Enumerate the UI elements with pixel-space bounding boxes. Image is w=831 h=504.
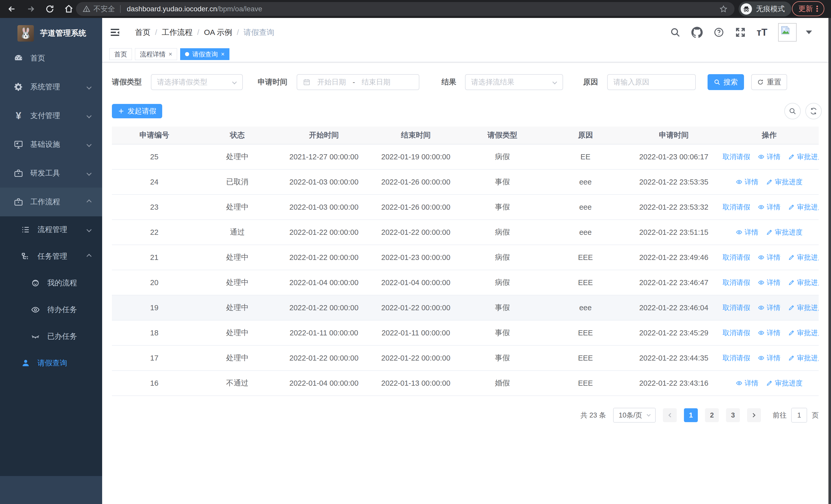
reset-button[interactable]: 重置 (751, 74, 787, 90)
cell-reason: EE (543, 153, 628, 161)
end-date-placeholder[interactable]: 结束日期 (362, 77, 390, 87)
browser-back-button[interactable] (5, 2, 19, 16)
detail-link[interactable]: 详情 (758, 353, 780, 363)
approval-progress-link[interactable]: 审批进度 (788, 353, 819, 363)
approval-progress-link[interactable]: 审批进度 (788, 253, 819, 262)
cancel-leave-link[interactable]: 取消请假 (720, 353, 750, 363)
page-button-3[interactable]: 3 (726, 408, 740, 422)
detail-link[interactable]: 详情 (758, 278, 780, 287)
fullscreen-icon[interactable] (735, 27, 746, 38)
create-leave-button[interactable]: 发起请假 (112, 104, 162, 118)
eye-icon (30, 305, 40, 315)
detail-link[interactable]: 详情 (736, 177, 758, 186)
page-size-select[interactable]: 10条/页 (613, 408, 656, 423)
help-icon[interactable] (713, 27, 724, 38)
cancel-leave-link[interactable]: 取消请假 (720, 152, 750, 161)
avatar-menu-caret-icon[interactable] (806, 31, 812, 34)
reason-input[interactable] (613, 78, 690, 86)
sidebar-item-infrastructure[interactable]: 基础设施 (0, 130, 102, 159)
page-button-1[interactable]: 1 (684, 408, 698, 422)
sidebar-item-label: 我的流程 (47, 278, 77, 288)
cell-actions: 取消请假 详情 审批进度 (720, 278, 819, 287)
detail-link[interactable]: 详情 (758, 328, 780, 337)
sidebar-collapse-icon[interactable] (109, 27, 121, 38)
goto-page-input[interactable] (791, 408, 807, 423)
calendar-icon (303, 78, 311, 86)
cell-apply-time: 2022-01-23 00:06:17 (628, 153, 720, 161)
result-select[interactable]: 请选择流结果 (465, 74, 563, 90)
tab-process-detail[interactable]: 流程详情 × (135, 48, 177, 60)
sidebar-item-my-process[interactable]: 我的流程 (0, 270, 102, 296)
approval-progress-link[interactable]: 审批进度 (766, 228, 803, 237)
approval-progress-link[interactable]: 审批进度 (788, 328, 819, 337)
not-secure-warning[interactable]: 不安全 (83, 4, 115, 14)
approval-progress-link[interactable]: 审批进度 (766, 379, 803, 388)
avatar[interactable] (778, 23, 797, 41)
bookmark-star-icon[interactable] (719, 5, 728, 13)
tab-home[interactable]: 首页 (109, 48, 132, 60)
reason-input-wrap (607, 74, 696, 90)
detail-link[interactable]: 详情 (758, 253, 780, 262)
breadcrumb-home[interactable]: 首页 (135, 27, 150, 38)
approval-progress-link[interactable]: 审批进度 (766, 177, 803, 186)
cancel-leave-link[interactable]: 取消请假 (720, 303, 750, 312)
prev-page-button[interactable] (663, 408, 677, 422)
browser-menu-icon[interactable] (816, 5, 818, 12)
search-button[interactable]: 搜索 (708, 74, 744, 90)
cancel-leave-link[interactable]: 取消请假 (720, 203, 750, 212)
eye-icon (758, 279, 765, 286)
sidebar-item-task-management[interactable]: 任务管理 (0, 243, 102, 270)
sidebar-item-home[interactable]: 首页 (0, 44, 102, 72)
close-icon[interactable]: × (169, 51, 172, 58)
eye-icon (758, 355, 765, 361)
search-icon[interactable] (670, 27, 681, 38)
approval-progress-link[interactable]: 审批进度 (788, 303, 819, 312)
leave-type-select[interactable]: 请选择请假类型 (151, 74, 243, 90)
show-search-toggle-button[interactable] (784, 103, 801, 119)
sidebar-item-workflow[interactable]: 工作流程 (0, 187, 102, 216)
column-header: 操作 (720, 130, 819, 140)
github-icon[interactable] (691, 27, 703, 38)
detail-link[interactable]: 详情 (758, 303, 780, 312)
sidebar-item-dev-tools[interactable]: 研发工具 (0, 159, 102, 187)
cancel-leave-link[interactable]: 取消请假 (720, 278, 750, 287)
browser-update-button[interactable]: 更新 (792, 1, 824, 16)
approval-progress-link[interactable]: 审批进度 (788, 278, 819, 287)
approval-progress-link[interactable]: 审批进度 (788, 152, 819, 161)
browser-forward-button[interactable] (24, 2, 38, 16)
browser-home-button[interactable] (62, 2, 76, 16)
detail-link[interactable]: 详情 (736, 379, 758, 388)
sidebar-item-process-management[interactable]: 流程管理 (0, 216, 102, 243)
breadcrumb-workflow[interactable]: 工作流程 (162, 27, 193, 38)
next-page-button[interactable] (747, 408, 761, 422)
font-size-icon[interactable]: тT (756, 27, 767, 38)
sidebar-item-payment[interactable]: ¥ 支付管理 (0, 101, 102, 130)
table-row: 22 通过 2022-01-22 00:00:00 2022-01-22 00:… (112, 220, 819, 245)
sidebar-item-todo-tasks[interactable]: 待办任务 (0, 296, 102, 323)
cancel-leave-link[interactable]: 取消请假 (720, 328, 750, 337)
start-date-placeholder[interactable]: 开始日期 (317, 77, 346, 87)
window-scrollbar[interactable] (828, 18, 831, 504)
sidebar-item-leave-query[interactable]: 请假查询 (0, 350, 102, 377)
detail-link[interactable]: 详情 (758, 152, 780, 161)
divider (120, 5, 121, 13)
cell-end-time: 2022-01-11 00:00:00 (370, 329, 462, 337)
detail-link[interactable]: 详情 (758, 203, 780, 212)
pen-icon (766, 229, 773, 236)
goto-label: 前往 (773, 411, 786, 420)
address-bar[interactable]: 不安全 dashboard.yudao.iocoder.cn /bpm/oa/l… (76, 2, 735, 16)
cancel-leave-link[interactable]: 取消请假 (720, 253, 750, 262)
page-button-2[interactable]: 2 (705, 408, 719, 422)
refresh-table-button[interactable] (805, 103, 822, 119)
browser-reload-button[interactable] (42, 2, 57, 16)
close-icon[interactable]: × (221, 51, 225, 58)
sidebar-item-system[interactable]: 系统管理 (0, 72, 102, 101)
detail-link[interactable]: 详情 (736, 228, 758, 237)
app-logo-row[interactable]: 🐰 芋道管理系统 (0, 18, 102, 44)
sidebar-item-done-tasks[interactable]: 已办任务 (0, 323, 102, 350)
approval-progress-link[interactable]: 审批进度 (788, 203, 819, 212)
chevron-down-icon (552, 80, 557, 84)
apply-time-range-picker[interactable]: 开始日期 - 结束日期 (297, 74, 419, 90)
tab-leave-query[interactable]: 请假查询 × (180, 48, 229, 60)
breadcrumb-oa-example[interactable]: OA 示例 (204, 27, 232, 38)
